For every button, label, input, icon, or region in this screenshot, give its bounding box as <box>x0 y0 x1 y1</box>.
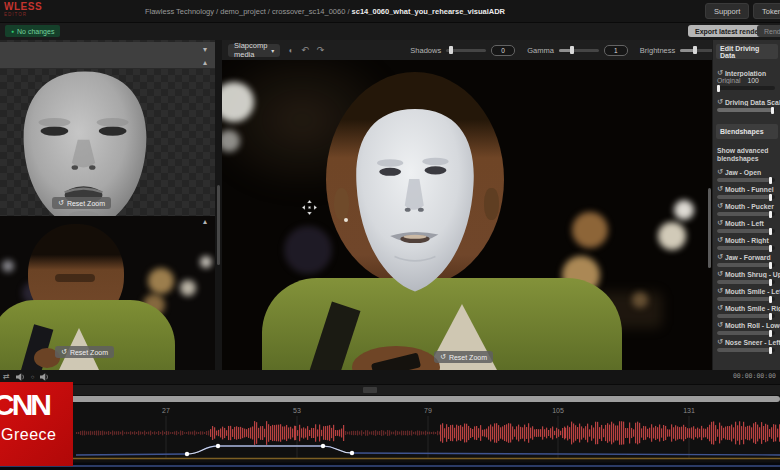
shadows-slider[interactable] <box>446 49 486 52</box>
show-advanced-toggle[interactable]: Show advanced blendshapes <box>713 147 780 163</box>
breadcrumb[interactable]: Flawless Technology / demo_project / cro… <box>125 7 525 16</box>
interpolation-value: 100 <box>747 77 758 84</box>
record-icon[interactable]: ○ <box>31 373 35 381</box>
blendshape-name: Mouth - Right <box>725 237 769 244</box>
cnn-logo-text: CNN <box>0 388 49 422</box>
support-button[interactable]: Support <box>705 3 749 19</box>
reset-zoom-button[interactable]: ↺ Reset Zoom <box>55 346 114 358</box>
reset-zoom-label: Reset Zoom <box>70 349 108 356</box>
app-window: WLESS EDITOR Flawless Technology / demo_… <box>0 0 780 470</box>
blendshape-slider[interactable] <box>717 246 775 250</box>
reset-icon[interactable]: ↺ <box>717 236 723 244</box>
reset-icon[interactable]: ↺ <box>717 321 723 329</box>
blendshape-slider[interactable] <box>717 212 775 216</box>
blendshape-name: Jaw - Forward <box>725 254 771 261</box>
blendshape-slider[interactable] <box>717 297 775 301</box>
reset-icon[interactable]: ↺ <box>717 168 723 176</box>
timeline-tracks[interactable]: 275379105131 <box>0 403 780 470</box>
speaker-icon[interactable] <box>16 373 25 381</box>
ruler-label: 53 <box>293 407 301 414</box>
blendshape-row: ↺ Mouth Smile - Left <box>713 287 780 301</box>
blendshape-slider[interactable] <box>717 280 775 284</box>
keyframe-dot[interactable] <box>321 444 325 448</box>
reset-icon[interactable]: ↺ <box>717 338 723 346</box>
source-video-panel[interactable]: ↺ Reset Zoom ▴ <box>0 216 215 370</box>
chevron-up-icon[interactable]: ▴ <box>203 59 207 67</box>
blendshape-slider[interactable] <box>717 195 775 199</box>
blendshape-row: ↺ Mouth - Funnel <box>713 185 780 199</box>
main-viewport[interactable]: ↺ Reset Zoom <box>222 60 712 370</box>
ruler-label: 27 <box>162 407 170 414</box>
timeline-canvas[interactable]: 275379105131 <box>0 403 780 470</box>
chevron-up-icon[interactable]: ▴ <box>203 218 207 226</box>
reset-icon: ↺ <box>58 199 64 207</box>
status-badge: ● No changes <box>5 25 60 37</box>
ruler-label: 79 <box>424 407 432 414</box>
keyframe-dot[interactable] <box>350 451 354 455</box>
gamma-slider[interactable] <box>559 49 599 52</box>
render-button[interactable]: Render <box>757 25 780 37</box>
status-text: No changes <box>17 28 54 35</box>
bokeh-light <box>658 222 686 250</box>
undo-icon[interactable]: ↶ <box>301 45 309 55</box>
driving-data-scale-slider[interactable] <box>717 108 775 112</box>
right-panel-scrollbar[interactable] <box>708 188 711 268</box>
blendshape-slider[interactable] <box>717 348 775 352</box>
blendshape-slider[interactable] <box>717 314 775 318</box>
shadows-value[interactable]: 0 <box>491 45 515 56</box>
blendshape-row: ↺ Nose Sneer - Left <box>713 338 780 352</box>
interpolation-slider[interactable] <box>717 86 775 90</box>
cnn-watermark: CNN Greece <box>0 382 73 466</box>
compare-icon[interactable]: ◐ <box>288 46 293 55</box>
face-panel-header[interactable] <box>0 42 215 69</box>
breadcrumb-path[interactable]: Flawless Technology / demo_project / cro… <box>145 7 350 16</box>
blendshape-list: ↺ Jaw - Open ↺ Mouth - Funnel <box>713 168 780 352</box>
redo-icon[interactable]: ↷ <box>317 45 325 55</box>
reset-icon[interactable]: ↺ <box>717 270 723 278</box>
blendshape-row: ↺ Mouth Shrug - Upper <box>713 270 780 284</box>
blendshapes-header[interactable]: Blendshapes <box>716 124 778 139</box>
timeline-scroll-track[interactable] <box>0 385 780 395</box>
chevron-down-icon[interactable]: ▾ <box>203 46 207 54</box>
reset-icon[interactable]: ↺ <box>717 185 723 193</box>
blendshape-slider[interactable] <box>717 331 775 335</box>
gamma-value[interactable]: 1 <box>604 45 628 56</box>
interpolation-value-row: Original 100 <box>713 77 780 84</box>
loop-icon[interactable]: ⇄ <box>3 373 10 381</box>
timeline-marker[interactable] <box>363 387 377 393</box>
reset-icon[interactable]: ↺ <box>717 304 723 312</box>
blendshape-name: Mouth - Funnel <box>725 186 774 193</box>
media-dropdown[interactable]: Slapcomp media ▾ <box>228 44 280 57</box>
reset-zoom-button[interactable]: ↺ Reset Zoom <box>52 197 111 209</box>
gamma-label: Gamma <box>527 46 554 55</box>
reset-icon[interactable]: ↺ <box>717 287 723 295</box>
bokeh-light <box>2 260 14 272</box>
blendshape-row: ↺ Jaw - Forward <box>713 253 780 267</box>
horizontal-scrollbar[interactable] <box>0 396 780 402</box>
blendshape-slider[interactable] <box>717 263 775 267</box>
reset-icon[interactable]: ↺ <box>717 253 723 261</box>
blendshape-slider[interactable] <box>717 178 775 182</box>
tracking-mask <box>341 106 489 296</box>
audio-mute-icon[interactable] <box>40 373 49 381</box>
reset-zoom-label: Reset Zoom <box>67 200 105 207</box>
reset-icon[interactable]: ↺ <box>717 69 723 77</box>
edit-driving-data-header[interactable]: Edit Driving Data <box>716 44 778 59</box>
keyframe-dot[interactable] <box>216 444 220 448</box>
timecode: 00:00:00:00 <box>733 372 776 380</box>
bokeh-light <box>284 226 332 274</box>
reset-icon[interactable]: ↺ <box>717 219 723 227</box>
reset-icon[interactable]: ↺ <box>717 98 723 106</box>
vertical-scrollbar[interactable] <box>217 185 220 265</box>
logo-subtext: EDITOR <box>4 12 42 17</box>
bokeh-light <box>148 268 174 294</box>
blendshape-slider[interactable] <box>717 229 775 233</box>
keyframe-dot[interactable] <box>185 452 189 456</box>
face-render-panel[interactable]: ↺ Reset Zoom ▾ ▴ <box>0 40 215 216</box>
tokens-button[interactable]: Tokens <box>753 3 780 19</box>
reset-icon[interactable]: ↺ <box>717 202 723 210</box>
shadows-label: Shadows <box>410 46 441 55</box>
reset-zoom-button[interactable]: ↺ Reset Zoom <box>434 351 493 363</box>
right-panel: Edit Driving Data ↺ Interpolation Origin… <box>712 40 780 370</box>
bokeh-light <box>572 212 608 248</box>
